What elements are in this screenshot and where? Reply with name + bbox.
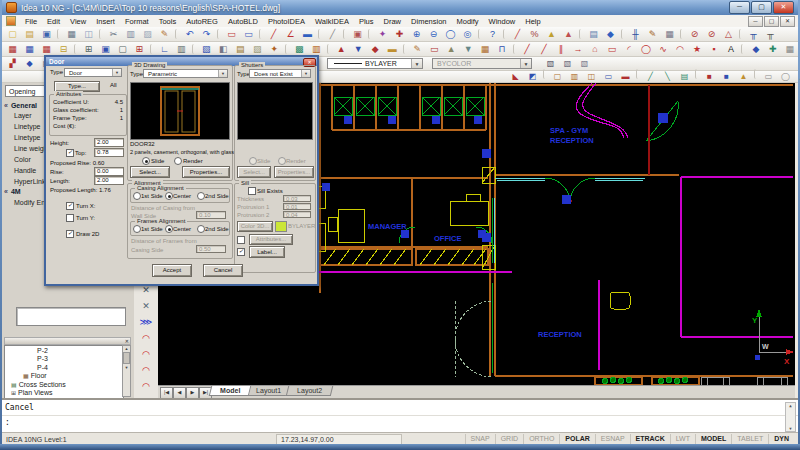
toolbar-icon[interactable]: ▭ (760, 69, 777, 84)
menu-item[interactable]: Plus (354, 16, 379, 27)
casing-1st-radio[interactable] (133, 192, 141, 200)
toolbar-icon[interactable]: ↶ (181, 27, 198, 42)
toolbar-icon[interactable]: ⊖ (425, 27, 442, 42)
accept-button[interactable]: Accept (152, 264, 192, 277)
toolbar-icon[interactable]: ▤ (585, 27, 602, 42)
door-preview[interactable] (130, 82, 230, 140)
toolbar-icon[interactable]: ▲ (543, 27, 560, 42)
toolbar-icon[interactable]: A (722, 42, 739, 57)
height-input[interactable]: 2.00 (94, 138, 124, 147)
toolbar-icon[interactable]: ★ (688, 42, 705, 57)
status-toggle[interactable]: TABLET (731, 434, 768, 444)
toolbar-icon[interactable]: ╱ (509, 27, 526, 42)
toolbar-icon[interactable]: ∠ (282, 27, 299, 42)
toolbar-icon[interactable]: ▬ (617, 69, 634, 84)
maximize-button[interactable]: ▢ (751, 1, 772, 14)
toolbar-icon[interactable]: → (570, 42, 587, 57)
properties-button[interactable]: Properties... (182, 166, 230, 178)
label-button[interactable]: Label... (249, 246, 285, 258)
toolbar-icon[interactable] (192, 44, 196, 54)
slide-radio[interactable] (142, 157, 150, 165)
chevron-down-icon[interactable]: ▼ (218, 70, 227, 77)
toolbar-icon[interactable]: ▣ (349, 27, 366, 42)
draw-2d-checkbox[interactable]: ✓ (66, 230, 74, 238)
toolbar-icon[interactable] (318, 29, 322, 39)
toolbar-icon[interactable] (74, 44, 78, 54)
toolbar-icon[interactable]: ◆ (21, 56, 38, 71)
chevron-down-icon[interactable]: ▼ (112, 69, 121, 76)
toolbar-icon[interactable]: ▤ (21, 27, 38, 42)
toolbar-icon[interactable]: ▨ (139, 27, 156, 42)
toolbar-icon[interactable]: ◠ (137, 363, 155, 378)
tree-item[interactable]: ▦ Floor (5, 372, 123, 381)
top-checkbox[interactable]: ✓ (66, 149, 74, 157)
toolbar-icon[interactable]: ╱ (642, 69, 659, 84)
toolbar-icon[interactable]: ◠ (137, 347, 155, 362)
toolbar-icon[interactable] (175, 29, 179, 39)
status-toggle[interactable]: LWT (670, 434, 695, 444)
toolbar-icon[interactable] (739, 29, 743, 39)
toolbar-icon[interactable]: ╱ (265, 27, 282, 42)
toolbar-icon[interactable]: ◩ (524, 69, 541, 84)
scroll-up-icon[interactable]: ▲ (123, 346, 130, 351)
toolbar-icon[interactable]: ▥ (122, 27, 139, 42)
toolbar-icon[interactable] (621, 29, 625, 39)
chevron-down-icon[interactable]: ▼ (411, 59, 422, 68)
toolbar-icon[interactable] (503, 29, 507, 39)
layout-tab[interactable]: Layout2 (286, 386, 333, 396)
toolbar-icon[interactable]: ▦ (661, 27, 678, 42)
menu-item[interactable]: Dimension (406, 16, 451, 27)
toolbar-icon[interactable]: ▤ (676, 69, 693, 84)
toolbar-icon[interactable]: ⊘ (686, 27, 703, 42)
sidebar-item[interactable]: HyperLink (14, 178, 46, 185)
toolbar-icon[interactable]: ◎ (459, 27, 476, 42)
toolbar-icon[interactable] (368, 29, 372, 39)
toolbar-icon[interactable]: ⋙ (137, 315, 155, 330)
color-combo[interactable]: BYCOLOR ▼ (432, 58, 532, 69)
toolbar-icon[interactable]: ▦ (4, 42, 21, 57)
sidebar-item[interactable]: Linetype (14, 123, 40, 130)
toolbar-icon[interactable]: ▦ (63, 27, 80, 42)
scroll-down-icon[interactable]: ▼ (123, 365, 130, 370)
toolbar-icon[interactable]: ▥ (566, 69, 583, 84)
toolbar-icon[interactable] (680, 29, 684, 39)
toolbar-icon[interactable]: ╫ (627, 27, 644, 42)
menu-item[interactable]: Window (484, 16, 521, 27)
toolbar-icon[interactable]: △ (720, 27, 737, 42)
length-input[interactable]: 2.00 (94, 176, 124, 185)
toolbar-icon[interactable]: ▲ (333, 42, 350, 57)
scroll-down-icon[interactable]: ▼ (786, 426, 795, 431)
sidebar-item-modify[interactable]: Modify Ent (14, 199, 47, 206)
tree-item[interactable]: P-3 (5, 355, 123, 364)
empty-listbox[interactable] (16, 307, 126, 326)
menu-item[interactable]: PhotoIDEA (263, 16, 310, 27)
toolbar-icon[interactable]: ◆ (747, 42, 764, 57)
toolbar-icon[interactable]: ◆ (602, 27, 619, 42)
shutters-type-combo[interactable]: Does not Exist ▼ (249, 69, 311, 78)
toolbar-icon[interactable]: ◠ (137, 331, 155, 346)
status-toggle[interactable]: GRID (495, 434, 524, 444)
mdi-restore-button[interactable]: ▢ (764, 16, 779, 27)
toolbar-icon[interactable]: ▼ (460, 42, 477, 57)
chevron-down-icon[interactable]: ▼ (520, 59, 531, 68)
turn-x-checkbox[interactable]: ✓ (66, 202, 74, 210)
toolbar-icon[interactable]: ✎ (644, 27, 661, 42)
menu-item[interactable]: AutoBLD (223, 16, 263, 27)
chevron-down-icon[interactable]: ▼ (301, 70, 310, 77)
toolbar-icon[interactable]: ▣ (38, 27, 55, 42)
mdi-minimize-button[interactable]: ─ (748, 16, 763, 27)
toolbar-icon[interactable] (543, 69, 547, 79)
toolbar-icon[interactable]: ◠ (671, 42, 688, 57)
toolbar-icon[interactable]: ▼ (350, 42, 367, 57)
toolbar-icon[interactable]: ◫ (583, 69, 600, 84)
toolbar-icon[interactable] (217, 29, 221, 39)
minimize-button[interactable]: ─ (729, 1, 750, 14)
toolbar-icon[interactable]: ▦ (21, 42, 38, 57)
mdi-close-button[interactable]: ✕ (780, 16, 795, 27)
toolbar-icon[interactable]: ▲ (735, 69, 752, 84)
toolbar-icon[interactable] (579, 29, 583, 39)
toolbar-icon[interactable] (695, 69, 699, 79)
close-button[interactable]: ✕ (773, 1, 794, 14)
toolbar-icon[interactable] (403, 44, 407, 54)
toolbar-icon[interactable]: ◆ (367, 42, 384, 57)
